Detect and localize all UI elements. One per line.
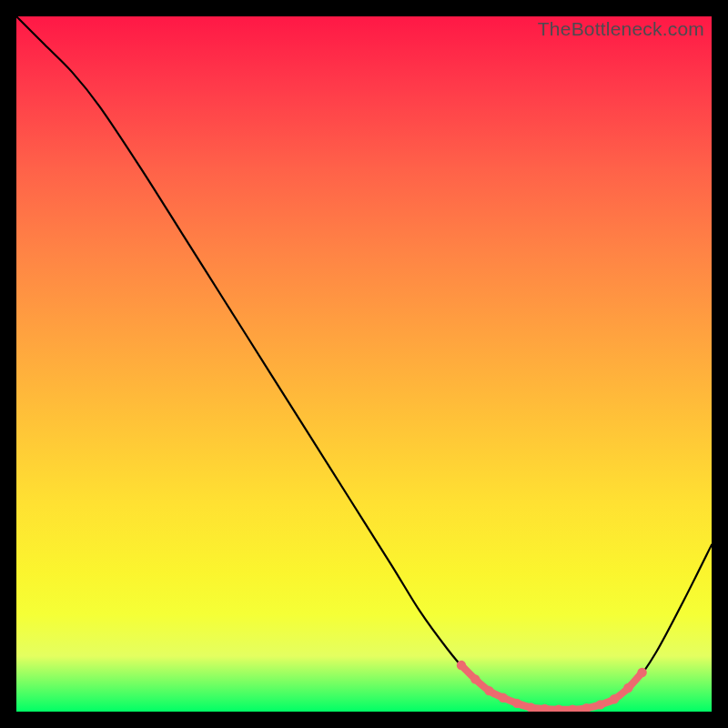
bottleneck-curve — [16, 16, 712, 710]
svg-point-13 — [637, 668, 646, 677]
curve-layer — [16, 16, 712, 712]
svg-point-2 — [484, 686, 493, 695]
plot-area: TheBottleneck.com — [16, 16, 712, 712]
svg-point-4 — [512, 699, 521, 708]
svg-point-10 — [596, 700, 605, 709]
svg-point-3 — [499, 693, 508, 703]
optimal-band — [457, 661, 647, 712]
svg-point-11 — [610, 694, 619, 703]
chart-frame: TheBottleneck.com — [0, 0, 728, 728]
svg-point-1 — [470, 674, 480, 683]
svg-point-12 — [623, 683, 632, 693]
svg-point-0 — [457, 661, 466, 670]
